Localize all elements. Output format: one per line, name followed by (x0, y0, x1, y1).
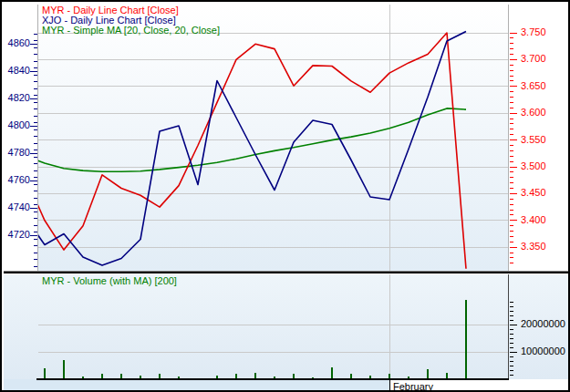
right-axis-tick-label: 3.450 (521, 188, 546, 198)
legend-item-myr-ma[interactable]: MYR - Simple MA [20, Close, 20, Close] (42, 26, 220, 36)
left-axis-tick-label: 4860 (4, 38, 30, 48)
left-axis-tick-label: 4820 (4, 93, 30, 103)
chart-window: MYR - Daily Line Chart [Close] XJO - Dai… (0, 0, 570, 392)
left-axis-tick-label: 4760 (4, 175, 30, 185)
chart-canvas[interactable] (2, 2, 570, 392)
x-axis-month-label: February (393, 382, 433, 392)
right-axis-tick-label: 3.350 (521, 242, 546, 252)
right-axis-tick-label: 3.500 (521, 161, 546, 171)
right-axis-tick-label: 3.550 (521, 135, 546, 145)
right-axis-tick-label: 3.650 (521, 81, 546, 91)
left-axis-tick-label: 4720 (4, 230, 30, 240)
right-axis-tick-label: 3.750 (521, 27, 546, 37)
right-axis-tick-label: 3.400 (521, 215, 546, 225)
right-axis-tick-label: 3.700 (521, 54, 546, 64)
legend-item-myr-volume[interactable]: MYR - Volume (with MA) [200] (42, 276, 177, 286)
volume-axis-tick-label: 10000000 (521, 346, 565, 356)
left-axis-tick-label: 4780 (4, 148, 30, 158)
volume-axis-tick-label: 20000000 (521, 319, 565, 329)
left-axis-tick-label: 4800 (4, 120, 30, 130)
left-axis-tick-label: 4740 (4, 202, 30, 212)
left-axis-tick-label: 4840 (4, 66, 30, 76)
right-axis-tick-label: 3.600 (521, 108, 546, 118)
